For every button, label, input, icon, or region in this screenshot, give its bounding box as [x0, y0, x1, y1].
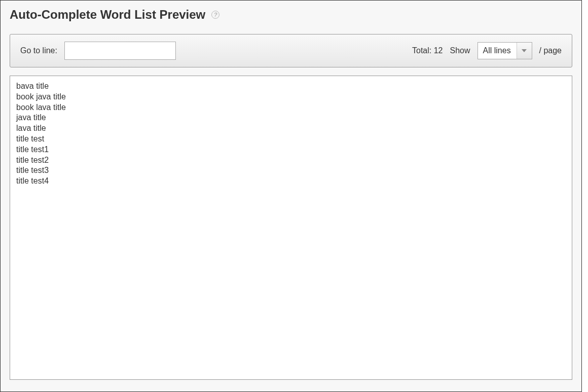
list-item: title test3	[16, 165, 566, 176]
page-header: Auto-Complete Word List Preview ?	[10, 8, 572, 22]
show-label: Show	[450, 46, 470, 55]
word-list-panel[interactable]: bava titlebook java titlebook lava title…	[10, 76, 572, 380]
goto-line-input[interactable]	[64, 42, 176, 60]
goto-line-label: Go to line:	[20, 46, 57, 55]
preview-window: Auto-Complete Word List Preview ? Go to …	[0, 0, 582, 392]
toolbar: Go to line: Total: 12 Show All lines / p…	[10, 34, 572, 67]
list-item: book java title	[16, 92, 566, 102]
toolbar-right: Total: 12 Show All lines / page	[412, 42, 562, 59]
page-title: Auto-Complete Word List Preview	[10, 8, 205, 22]
page-suffix-label: / page	[539, 46, 562, 55]
list-item: bava title	[16, 81, 566, 92]
select-value: All lines	[478, 43, 517, 59]
list-item: book lava title	[16, 102, 566, 113]
list-item: title test	[16, 134, 566, 145]
list-item: title test1	[16, 145, 566, 155]
total-count-value: 12	[434, 46, 443, 55]
list-item: lava title	[16, 123, 566, 134]
help-icon[interactable]: ?	[211, 11, 219, 19]
list-item: title test2	[16, 155, 566, 166]
list-item: java title	[16, 113, 566, 123]
lines-per-page-select[interactable]: All lines	[477, 42, 532, 59]
toolbar-left: Go to line:	[20, 42, 176, 60]
total-count-label: Total: 12	[412, 46, 443, 55]
total-label-text: Total:	[412, 46, 431, 55]
word-list: bava titlebook java titlebook lava title…	[16, 81, 566, 187]
list-item: title test4	[16, 176, 566, 187]
chevron-down-icon	[517, 43, 532, 59]
